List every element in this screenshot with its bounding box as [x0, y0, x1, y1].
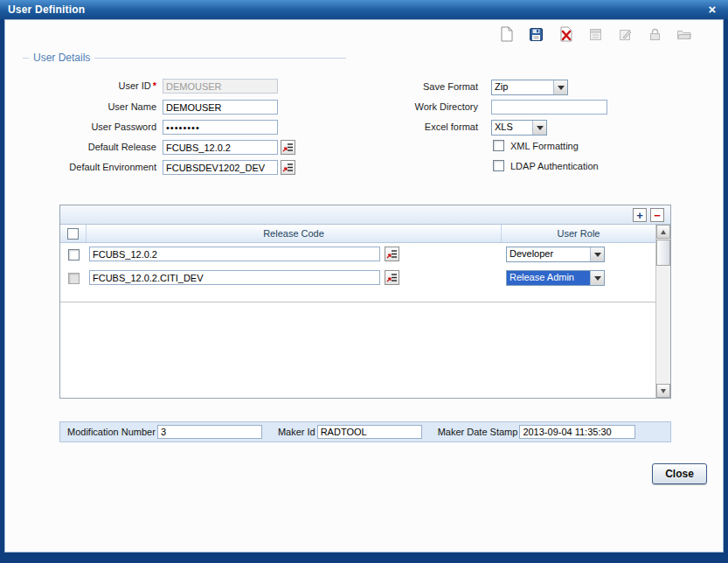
window-close-icon[interactable]: ×	[704, 2, 720, 17]
default-environment-label: Default Environment	[14, 160, 156, 175]
maker-date-stamp-input	[519, 425, 635, 439]
section-line	[23, 58, 29, 59]
save-icon[interactable]	[527, 25, 544, 43]
release-code-input[interactable]	[89, 247, 380, 261]
list-of-values-icon	[386, 248, 398, 260]
excel-format-select[interactable]: XLS	[491, 120, 547, 136]
grid-row: Release Admin	[60, 267, 655, 290]
scroll-up-icon[interactable]	[656, 225, 670, 239]
user-password-label: User Password	[14, 120, 156, 135]
chevron-down-icon[interactable]	[590, 247, 604, 261]
audit-footer: Modification Number Maker Id Maker Date …	[59, 421, 671, 442]
user-releases-grid: + − Release Code User Role Developer	[59, 205, 671, 399]
save-format-select[interactable]: Zip	[491, 80, 568, 95]
user-definition-window: User Definition ×	[0, 0, 728, 563]
ldap-authentication-checkbox[interactable]	[493, 160, 504, 171]
grid-scrollbar[interactable]	[655, 225, 670, 398]
row-select-checkbox	[68, 273, 80, 284]
user-id-input	[163, 79, 278, 94]
save-format-label: Save Format	[333, 80, 478, 94]
work-directory-input[interactable]	[491, 100, 607, 115]
user-name-input[interactable]	[163, 100, 278, 115]
delete-record-icon[interactable]	[557, 25, 574, 43]
chevron-down-icon[interactable]	[553, 80, 567, 94]
xml-formatting-label: XML Formatting	[510, 140, 579, 152]
user-role-value: Release Admin	[507, 271, 590, 285]
lock-record-icon[interactable]	[646, 25, 663, 43]
list-of-values-icon	[282, 162, 294, 173]
grid-header-checkbox-cell	[60, 225, 87, 242]
user-details-section-header: User Details	[23, 52, 346, 64]
open-record-icon[interactable]	[676, 25, 693, 43]
maker-id-input	[317, 425, 422, 439]
user-name-label: User Name	[14, 100, 156, 115]
ldap-authentication-label: LDAP Authentication	[510, 160, 599, 172]
modification-number-label: Modification Number	[67, 427, 156, 437]
chevron-down-icon[interactable]	[590, 271, 604, 285]
default-release-label: Default Release	[14, 140, 156, 155]
user-role-column-header: User Role	[502, 225, 655, 242]
work-directory-label: Work Directory	[333, 100, 478, 115]
copy-record-icon[interactable]	[586, 25, 604, 43]
edit-record-icon[interactable]	[616, 25, 634, 43]
default-release-input[interactable]	[163, 140, 278, 155]
grid-action-bar: + −	[60, 205, 670, 225]
modification-number-input	[157, 425, 262, 439]
remove-row-button[interactable]: −	[650, 208, 664, 222]
save-format-value: Zip	[492, 80, 553, 94]
user-role-value: Developer	[507, 247, 590, 261]
window-title: User Definition	[8, 3, 85, 16]
excel-format-label: Excel format	[333, 120, 478, 135]
toolbar	[497, 25, 693, 43]
grid-header-row: Release Code User Role	[60, 225, 655, 243]
default-release-lov-button[interactable]	[281, 140, 295, 155]
add-row-button[interactable]: +	[633, 208, 647, 222]
release-code-lov-button[interactable]	[385, 247, 399, 261]
new-record-icon[interactable]	[497, 25, 515, 43]
scroll-down-icon[interactable]	[656, 384, 670, 398]
user-id-label-text: User ID	[118, 80, 150, 91]
required-marker: *	[153, 80, 156, 91]
user-role-select[interactable]: Developer	[506, 247, 605, 262]
row-select-checkbox[interactable]	[68, 249, 80, 261]
user-id-label: User ID*	[14, 79, 156, 94]
section-line	[94, 58, 346, 59]
maker-id-label: Maker Id	[278, 427, 315, 437]
xml-formatting-checkbox[interactable]	[493, 140, 504, 151]
grid-rows-separator	[60, 302, 655, 302]
excel-format-value: XLS	[492, 121, 532, 135]
list-of-values-icon	[282, 142, 294, 153]
list-of-values-icon	[386, 272, 398, 283]
select-all-checkbox[interactable]	[67, 228, 79, 240]
maker-date-stamp-label: Maker Date Stamp	[438, 427, 518, 437]
release-code-column-header: Release Code	[87, 225, 502, 242]
default-environment-input[interactable]	[163, 160, 278, 175]
release-code-input[interactable]	[89, 270, 380, 285]
user-password-input[interactable]	[163, 120, 278, 135]
chevron-down-icon[interactable]	[532, 121, 546, 135]
close-button[interactable]: Close	[652, 463, 707, 484]
user-role-select[interactable]: Release Admin	[506, 270, 605, 286]
default-environment-lov-button[interactable]	[281, 160, 295, 175]
titlebar: User Definition ×	[0, 0, 728, 19]
grid-row: Developer	[60, 243, 655, 267]
section-title: User Details	[29, 52, 94, 64]
release-code-lov-button[interactable]	[385, 270, 399, 285]
dialog-content: User Details User ID* User Name User Pas…	[4, 19, 724, 553]
scroll-thumb[interactable]	[656, 240, 670, 266]
